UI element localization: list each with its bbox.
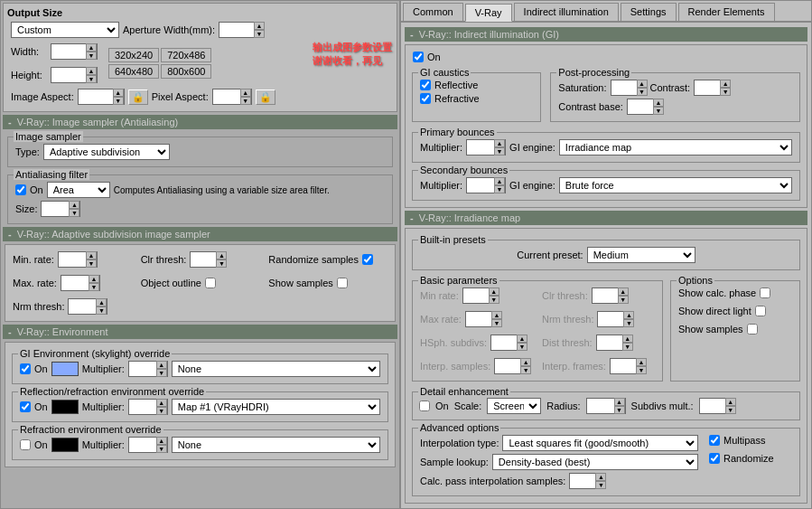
width-input[interactable]: 800 — [51, 44, 86, 59]
aperture-up[interactable]: ▲ — [254, 22, 265, 30]
size-input[interactable]: 1.5 — [42, 202, 69, 216]
irr-clr-thresh-spinner[interactable]: 0.4 ▲ ▼ — [592, 287, 628, 304]
nrm-thresh-down[interactable]: ▼ — [96, 306, 107, 315]
dist-thresh-down[interactable]: ▼ — [622, 343, 633, 351]
contrast-up[interactable]: ▲ — [720, 80, 731, 88]
contrast-base-spinner[interactable]: 0.5 ▲ ▼ — [627, 99, 663, 115]
preset-800x600[interactable]: 800x600 — [161, 64, 211, 79]
height-spinner[interactable]: 600 ▲ ▼ — [51, 67, 98, 83]
aperture-input[interactable]: 36.0 — [219, 23, 254, 37]
min-rate-down[interactable]: ▼ — [86, 259, 97, 268]
nrm-thresh-input[interactable]: 0.05 — [69, 299, 96, 314]
saturation-up[interactable]: ▲ — [637, 80, 648, 88]
irr-max-rate-down[interactable]: ▼ — [491, 319, 502, 327]
max-rate-spinner[interactable]: 2 ▲ ▼ — [61, 275, 100, 291]
env-section-header[interactable]: - V-Ray:: Environment — [3, 325, 397, 339]
detail-subdivs-spinner[interactable]: 0.3 ▲ ▼ — [699, 398, 735, 414]
refl-mult-input[interactable]: 1.0 — [129, 400, 156, 414]
detail-subdivs-input[interactable]: 0.3 — [700, 399, 725, 413]
size-spinner[interactable]: 1.5 ▲ ▼ — [41, 201, 80, 217]
tab-common[interactable]: Common — [403, 3, 463, 21]
preset-320x240[interactable]: 320x240 — [108, 48, 159, 62]
refr-mult-input[interactable]: 1.0 — [129, 438, 156, 452]
refr-mult-up[interactable]: ▲ — [156, 437, 167, 445]
secondary-mult-spinner[interactable]: 1.0 ▲ ▼ — [466, 177, 506, 193]
gi-mult-up[interactable]: ▲ — [156, 361, 167, 369]
height-input[interactable]: 600 — [51, 68, 86, 82]
width-down[interactable]: ▼ — [86, 52, 97, 60]
primary-mult-up[interactable]: ▲ — [494, 139, 505, 147]
secondary-mult-up[interactable]: ▲ — [494, 177, 505, 185]
sampler-section-header[interactable]: - V-Ray:: Image sampler (Antialiasing) — [3, 115, 397, 129]
primary-mult-input[interactable]: 1.2 — [467, 140, 494, 155]
refr-none-select[interactable]: None — [172, 437, 380, 453]
irr-nrm-thresh-down[interactable]: ▼ — [623, 319, 634, 327]
dist-thresh-spinner[interactable]: 0.1 ▲ ▼ — [596, 335, 632, 351]
min-rate-up[interactable]: ▲ — [86, 251, 97, 259]
calc-pass-input[interactable]: 15 — [570, 474, 595, 488]
reflective-checkbox[interactable] — [420, 80, 431, 90]
irr-section-header[interactable]: - V-Ray:: Irradiance map — [405, 211, 807, 225]
clr-thresh-up[interactable]: ▲ — [216, 251, 227, 259]
preset-720x486[interactable]: 720x486 — [161, 48, 211, 62]
refl-map-select[interactable]: Map #1 (VRayHDRI) — [172, 399, 380, 415]
adaptive-section-header[interactable]: - V-Ray:: Adaptive subdivision image sam… — [3, 227, 397, 241]
refr-env-color[interactable] — [51, 438, 79, 452]
gi-engine-primary-select[interactable]: Irradiance map — [559, 139, 792, 156]
detail-radius-up[interactable]: ▲ — [614, 398, 625, 406]
hsph-input[interactable]: 50 — [491, 335, 517, 350]
irr-clr-thresh-up[interactable]: ▲ — [618, 287, 629, 296]
height-down[interactable]: ▼ — [86, 75, 97, 83]
obj-outline-checkbox[interactable] — [205, 278, 216, 288]
image-aspect-down[interactable]: ▼ — [113, 97, 124, 105]
contrast-down[interactable]: ▼ — [720, 88, 731, 96]
irr-max-rate-up[interactable]: ▲ — [491, 311, 502, 319]
image-aspect-spinner[interactable]: 1.333 ▲ ▼ — [78, 89, 125, 105]
calc-pass-spinner[interactable]: 15 ▲ ▼ — [569, 473, 605, 489]
gi-mult-down[interactable]: ▼ — [156, 369, 167, 377]
detail-radius-spinner[interactable]: 60.0 ▲ ▼ — [586, 398, 626, 414]
lock-pixel-btn[interactable]: 🔒 — [256, 90, 275, 105]
interp-type-select[interactable]: Least squares fit (good/smooth) — [502, 435, 698, 451]
contrast-input[interactable]: 1.0 — [695, 80, 720, 95]
dist-thresh-input[interactable]: 0.1 — [597, 335, 622, 350]
contrast-spinner[interactable]: 1.0 ▲ ▼ — [694, 80, 730, 96]
show-samples-checkbox[interactable] — [337, 278, 348, 288]
refr-mult-down[interactable]: ▼ — [156, 445, 167, 453]
refl-env-on-checkbox[interactable] — [20, 401, 31, 412]
height-up[interactable]: ▲ — [86, 67, 97, 75]
irr-nrm-thresh-spinner[interactable]: 0.2 ▲ ▼ — [597, 311, 633, 327]
lock-aspect-btn[interactable]: 🔒 — [128, 90, 148, 105]
irr-nrm-thresh-up[interactable]: ▲ — [623, 311, 634, 319]
tab-vray[interactable]: V-Ray — [465, 4, 512, 22]
nrm-thresh-up[interactable]: ▲ — [96, 298, 107, 306]
aa-on-checkbox[interactable] — [15, 184, 26, 195]
calc-pass-down[interactable]: ▼ — [595, 481, 606, 489]
interp-frames-input[interactable]: 2 — [611, 359, 636, 373]
aperture-spinner[interactable]: 36.0 ▲ ▼ — [219, 22, 264, 38]
nrm-thresh-spinner[interactable]: 0.05 ▲ ▼ — [68, 298, 107, 315]
gi-section-header[interactable]: - V-Ray:: Indirect illumination (GI) — [405, 27, 807, 42]
current-preset-select[interactable]: Medium — [587, 247, 695, 263]
show-direct-checkbox[interactable] — [755, 306, 766, 316]
interp-samples-down[interactable]: ▼ — [520, 366, 531, 374]
min-rate-spinner[interactable]: -1 ▲ ▼ — [58, 251, 98, 268]
secondary-mult-input[interactable]: 1.0 — [467, 178, 494, 193]
aa-type-select[interactable]: Area — [47, 182, 110, 198]
hsph-down[interactable]: ▼ — [517, 343, 527, 351]
max-rate-down[interactable]: ▼ — [89, 283, 99, 291]
calc-pass-up[interactable]: ▲ — [595, 473, 606, 481]
pixel-aspect-up[interactable]: ▲ — [240, 89, 251, 97]
detail-scale-select[interactable]: Screen — [487, 398, 541, 414]
interp-frames-down[interactable]: ▼ — [636, 366, 647, 374]
gi-env-color[interactable] — [51, 362, 79, 376]
primary-mult-down[interactable]: ▼ — [494, 147, 505, 156]
detail-subdivs-down[interactable]: ▼ — [725, 406, 736, 414]
hsph-up[interactable]: ▲ — [517, 335, 527, 343]
interp-samples-input[interactable]: 20 — [495, 359, 520, 373]
type-select[interactable]: Adaptive subdivision — [43, 144, 170, 160]
hsph-spinner[interactable]: 50 ▲ ▼ — [490, 335, 527, 351]
interp-frames-spinner[interactable]: 2 ▲ ▼ — [610, 358, 646, 374]
randomize-checkbox[interactable] — [362, 254, 373, 265]
min-rate-input[interactable]: -1 — [59, 252, 86, 267]
